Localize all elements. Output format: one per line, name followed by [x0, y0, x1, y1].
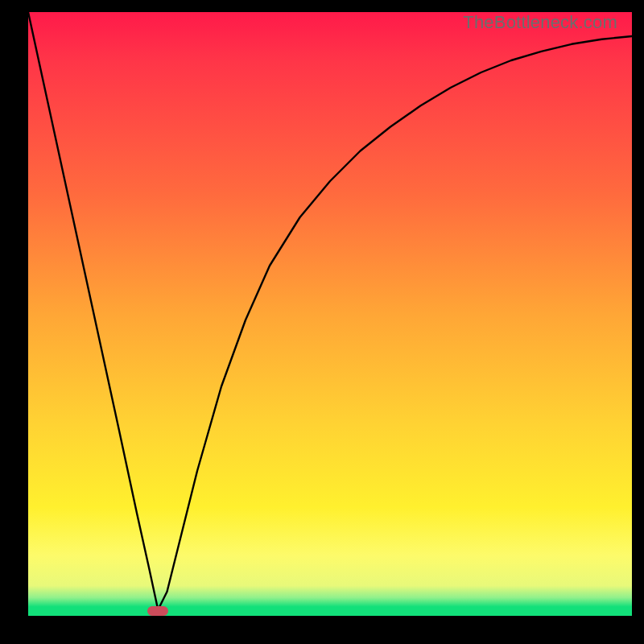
plot-area: TheBottleneck.com	[28, 12, 632, 616]
bottleneck-marker	[147, 606, 168, 616]
bottleneck-curve	[28, 12, 632, 616]
chart-frame: TheBottleneck.com	[0, 0, 644, 644]
